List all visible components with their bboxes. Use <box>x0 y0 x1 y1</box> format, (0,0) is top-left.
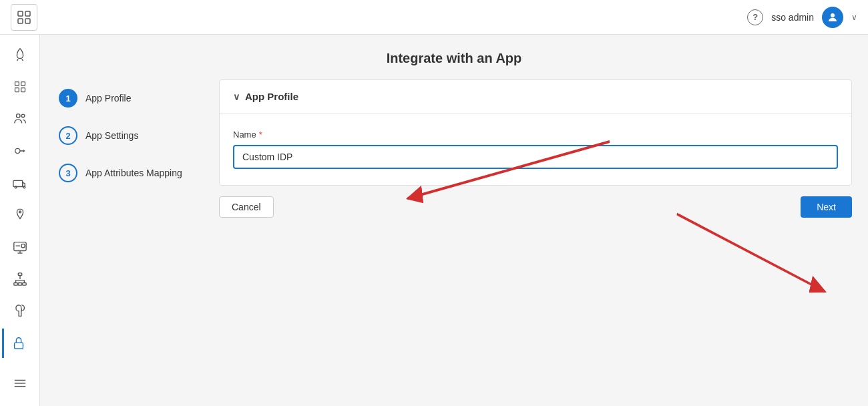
svg-rect-16 <box>13 242 25 251</box>
steps-panel: 1 App Profile 2 App Settings 3 App Attri… <box>56 79 203 390</box>
svg-point-4 <box>831 13 835 17</box>
step-2-number: 2 <box>59 126 77 145</box>
user-name: sso admin <box>771 12 814 23</box>
step-2[interactable]: 2 App Settings <box>56 117 203 154</box>
app-logo <box>11 4 37 31</box>
form-panel: ∨ App Profile Name * <box>219 79 852 186</box>
sidebar-item-dashboard[interactable] <box>5 72 35 102</box>
sidebar-item-brain[interactable] <box>5 296 35 326</box>
name-input[interactable] <box>233 145 838 169</box>
svg-point-9 <box>16 114 20 118</box>
next-button[interactable]: Next <box>801 196 852 218</box>
sidebar-item-hierarchy[interactable] <box>5 264 35 294</box>
top-bar-right: ? sso admin ∨ <box>747 7 857 28</box>
sidebar-item-delivery[interactable] <box>5 168 35 198</box>
svg-point-17 <box>21 244 25 248</box>
form-body: Name * <box>220 114 851 185</box>
step-3-number: 3 <box>59 164 77 182</box>
name-label: Name * <box>233 130 838 140</box>
sidebar <box>0 0 40 406</box>
page-title: Integrate with an App <box>40 35 868 79</box>
sidebar-item-location[interactable] <box>5 200 35 230</box>
svg-point-15 <box>19 211 21 213</box>
svg-rect-5 <box>15 82 19 86</box>
svg-rect-1 <box>25 11 30 16</box>
sidebar-item-users[interactable] <box>5 104 35 134</box>
svg-point-10 <box>21 114 25 118</box>
content-area: 1 App Profile 2 App Settings 3 App Attri… <box>40 79 868 406</box>
svg-rect-8 <box>21 88 25 92</box>
cancel-button[interactable]: Cancel <box>219 196 274 218</box>
svg-point-11 <box>15 148 19 153</box>
svg-rect-0 <box>18 11 23 16</box>
step-2-label: App Settings <box>85 130 138 141</box>
chevron-down-icon[interactable]: ∨ <box>851 13 857 22</box>
collapse-icon[interactable]: ∨ <box>233 91 240 102</box>
svg-rect-18 <box>18 273 22 276</box>
svg-rect-12 <box>13 180 22 186</box>
svg-rect-7 <box>15 88 19 92</box>
sidebar-item-key[interactable] <box>5 136 35 166</box>
svg-point-14 <box>23 186 25 188</box>
step-1[interactable]: 1 App Profile <box>56 79 203 117</box>
step-1-number: 1 <box>59 89 77 108</box>
svg-rect-22 <box>15 343 23 349</box>
section-title: App Profile <box>245 91 298 102</box>
step-3-label: App Attributes Mapping <box>85 168 182 178</box>
svg-rect-20 <box>18 283 22 286</box>
sidebar-item-menu[interactable] <box>5 369 35 398</box>
action-bar: Cancel Next <box>219 186 852 228</box>
step-3[interactable]: 3 App Attributes Mapping <box>56 154 203 192</box>
svg-rect-3 <box>25 19 30 23</box>
section-header: ∨ App Profile <box>220 80 851 114</box>
main-content: Integrate with an App 1 App Profile 2 Ap… <box>40 35 868 406</box>
top-bar: ? sso admin ∨ <box>0 0 868 35</box>
form-wrapper: ∨ App Profile Name * Cancel Next <box>219 79 852 390</box>
user-avatar <box>822 7 843 28</box>
svg-rect-19 <box>13 283 17 286</box>
sidebar-item-rocket[interactable] <box>5 40 35 69</box>
help-icon[interactable]: ? <box>747 9 763 25</box>
svg-rect-2 <box>18 19 23 23</box>
svg-point-13 <box>15 186 17 188</box>
sidebar-item-monitor[interactable] <box>5 232 35 262</box>
sidebar-item-lock[interactable] <box>2 329 33 358</box>
step-1-label: App Profile <box>85 93 131 104</box>
required-star: * <box>259 130 262 140</box>
svg-rect-21 <box>22 283 25 286</box>
svg-rect-6 <box>21 82 25 86</box>
